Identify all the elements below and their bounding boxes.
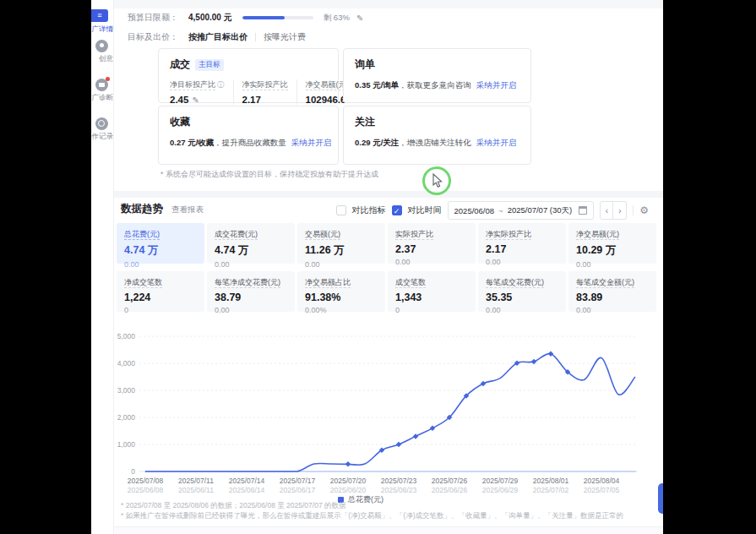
svg-text:2025/06/29: 2025/06/29 <box>482 486 519 494</box>
trend-card-compare: 0.00 <box>395 258 468 266</box>
notification-dot <box>106 77 110 81</box>
trend-card-value: 91.38% <box>305 292 378 303</box>
bottom-strip <box>114 526 663 534</box>
info-icon[interactable]: ⓘ <box>217 80 225 89</box>
prev-period-button[interactable]: ‹ <box>600 201 613 220</box>
metric-label[interactable]: 净目标投产比 <box>170 80 215 90</box>
date-range-picker[interactable]: 2025/06/08 ~ 2025/07/07 (30天) <box>448 201 595 220</box>
trend-card-compare: 0.00 <box>486 258 558 266</box>
goal-card-deal[interactable]: 成交 主目标 净目标投产比ⓘ 2.45✎ 净实际投产比 2.17 <box>158 48 339 103</box>
adopt-enable-link[interactable]: 采纳并开启 <box>476 138 517 147</box>
svg-text:2025/07/08: 2025/07/08 <box>128 477 164 485</box>
goal-card-follow[interactable]: 关注 0.29 元/关注，增强店铺关注转化采纳并开启 <box>343 106 531 165</box>
adopt-enable-link[interactable]: 采纳并开启 <box>291 138 332 147</box>
trend-card-label: 交易额(元) <box>305 230 340 240</box>
trend-controls: 对比指标 ✓ 对比时间 2025/06/08 ~ 2025/07/07 (30天… <box>336 201 649 220</box>
edit-budget-icon[interactable]: ✎ <box>356 14 363 23</box>
metric-label[interactable]: 净交易额(元) <box>306 80 349 90</box>
controls-divider <box>633 205 634 215</box>
goal-card-inquiry[interactable]: 询单 0.35 元/询单，获取更多意向咨询采纳并开启 <box>343 48 531 103</box>
compare-time-label[interactable]: 对比时间 <box>408 204 442 216</box>
main-panel: 预算日限额： 4,500.00 元 剩 63% ✎ 目标及出价： 按推广目标出价… <box>114 0 663 534</box>
goal-card-favorite[interactable]: 收藏 0.27 元/收藏，提升商品收藏数量采纳并开启 <box>158 106 339 165</box>
trends-header: 数据趋势 查看报表 <box>121 202 204 216</box>
svg-text:2025/07/23: 2025/07/23 <box>381 477 417 485</box>
next-period-button[interactable]: › <box>613 201 627 220</box>
app-content: ≡ 广详情 创意 广诊断 作记录 预算日限额： 4,500.00 元 剩 63%… <box>91 0 663 534</box>
trend-card-compare: 0.00 <box>215 260 287 269</box>
goal-price: 0.29 元/关注 <box>355 138 399 147</box>
sidebar-item-records-label[interactable]: 作记录 <box>91 132 113 142</box>
trend-card-label: 成交笔数 <box>395 278 426 288</box>
trend-card-cost-per-net-order[interactable]: 每笔净成交花费(元) 38.79 0.00 <box>207 271 295 312</box>
idea-icon[interactable] <box>95 40 108 52</box>
goal-card-deal-title: 成交 <box>170 57 190 72</box>
trend-card-net-gmv[interactable]: 净交易额(元) 10.29 万 0.00 <box>568 223 656 264</box>
trend-card-deal-cost[interactable]: 成交花费(元) 4.74 万 0.00 <box>207 223 295 264</box>
trend-card-cost-per-order[interactable]: 每笔成交花费(元) 35.35 0.00 <box>478 271 566 312</box>
trend-card-gmv[interactable]: 交易额(元) 11.26 万 0.00 <box>297 223 385 264</box>
trend-card-label: 总花费(元) <box>124 230 160 240</box>
tab-bid-by-impression[interactable]: 按曝光计费 <box>264 31 306 43</box>
date-pager: ‹ › <box>600 201 627 220</box>
svg-text:4,000: 4,000 <box>117 359 136 368</box>
trend-card-compare: 0 <box>395 306 468 314</box>
metric-label[interactable]: 净实际投产比 <box>242 80 288 90</box>
sidebar-item-detail-label[interactable]: 广详情 <box>91 25 113 35</box>
adopt-enable-link[interactable]: 采纳并开启 <box>476 80 517 90</box>
trend-card-compare: 0 <box>124 306 197 314</box>
trend-card-actual-roi[interactable]: 实际投产比 2.37 0.00 <box>388 223 476 264</box>
sidebar-item-diagnose-label[interactable]: 广诊断 <box>91 93 113 103</box>
trend-card-value: 10.29 万 <box>576 243 649 258</box>
svg-text:2025/07/26: 2025/07/26 <box>432 477 468 485</box>
compare-time-checkbox[interactable]: ✓ <box>392 205 402 215</box>
tab-bid-by-goal[interactable]: 按推广目标出价 <box>188 31 247 43</box>
trend-card-amount-per-order[interactable]: 每笔成交金额(元) 83.89 0.00 <box>568 271 656 312</box>
gear-icon[interactable]: ⚙ <box>639 204 649 216</box>
sidebar-item-creative-label[interactable]: 创意 <box>91 54 113 64</box>
trend-card-value: 2.17 <box>486 243 558 255</box>
trend-card-compare: 0.00 <box>215 306 287 314</box>
trend-card-label: 每笔成交金额(元) <box>576 278 634 288</box>
trend-card-value: 2.37 <box>395 243 468 255</box>
trend-card-value: 11.26 万 <box>305 243 378 258</box>
trend-card-compare: 0.00 <box>305 260 378 269</box>
trend-card-label: 净实际投产比 <box>486 230 531 240</box>
view-report-link[interactable]: 查看报表 <box>171 204 204 215</box>
trend-card-compare: 0.00 <box>124 260 197 269</box>
svg-text:2025/07/29: 2025/07/29 <box>482 477 519 485</box>
svg-text:2025/06/08: 2025/06/08 <box>128 486 164 494</box>
trend-card-label: 净成交笔数 <box>124 278 162 288</box>
trend-chart-area: 01,0002,0003,0004,0005,0002025/07/082025… <box>117 330 661 499</box>
edit-roi-icon[interactable]: ✎ <box>192 95 199 105</box>
budget-row: 预算日限额： 4,500.00 元 剩 63% ✎ <box>128 12 363 24</box>
check-icon: ✓ <box>394 207 400 215</box>
trend-card-label: 净交易额(元) <box>576 230 619 240</box>
metric-value: 2.17 <box>242 95 288 105</box>
trends-title: 数据趋势 <box>121 202 163 216</box>
mouse-cursor <box>432 173 443 188</box>
svg-text:2,000: 2,000 <box>117 413 136 422</box>
calendar-icon <box>579 206 587 215</box>
trend-card-compare: 0.00 <box>576 306 649 314</box>
svg-text:2025/07/05: 2025/07/05 <box>584 486 620 494</box>
trend-card-value: 38.79 <box>215 292 287 303</box>
compare-metric-label[interactable]: 对比指标 <box>352 204 386 216</box>
goal-desc: ，增强店铺关注转化 <box>399 138 471 147</box>
svg-text:2025/06/14: 2025/06/14 <box>229 486 265 494</box>
sidebar-item-detail-active[interactable]: ≡ <box>91 9 108 22</box>
trend-card-net-actual-roi[interactable]: 净实际投产比 2.17 0.00 <box>478 223 566 264</box>
trend-card-net-gmv-ratio[interactable]: 净交易额占比 91.38% 0.00% <box>297 271 385 312</box>
svg-text:2025/07/14: 2025/07/14 <box>229 477 265 485</box>
trend-card-total-cost[interactable]: 总花费(元) 4.74 万 0.00 <box>117 223 204 264</box>
chart-footnote-1: * 2025/07/08 至 2025/08/06 的数据；2025/06/08… <box>121 501 346 511</box>
menu-icon: ≡ <box>97 11 101 19</box>
trend-card-orders[interactable]: 成交笔数 1,343 0 <box>388 271 476 312</box>
compare-metric-checkbox[interactable] <box>336 205 346 215</box>
goal-bidding-label: 目标及出价： <box>128 31 178 43</box>
history-icon[interactable] <box>95 117 108 130</box>
budget-value: 4,500.00 元 <box>188 12 232 24</box>
trend-card-net-orders[interactable]: 净成交笔数 1,224 0 <box>117 271 204 312</box>
svg-text:2025/06/20: 2025/06/20 <box>330 486 367 494</box>
side-fab-button[interactable] <box>658 483 663 514</box>
